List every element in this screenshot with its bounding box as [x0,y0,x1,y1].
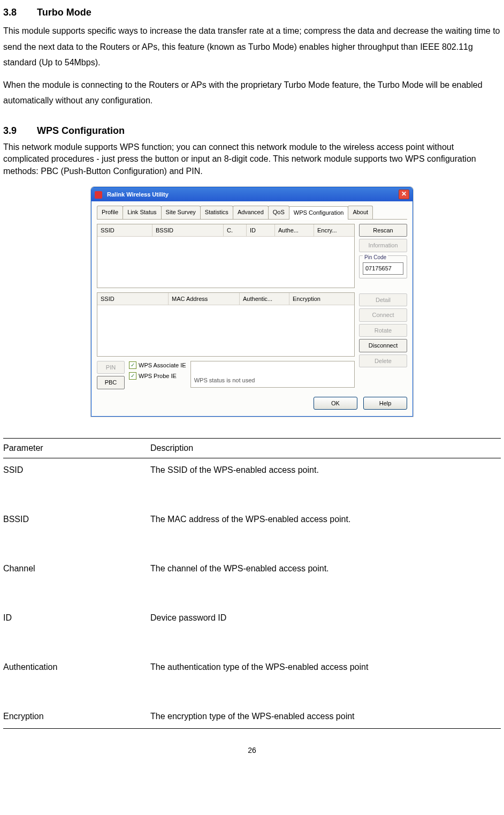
checkbox-group: ✓ WPS Associate IE ✓ WPS Probe IE [129,361,186,383]
tab-statistics[interactable]: Statistics [200,206,233,219]
section-3-8-heading: 3.8 Turbo Mode [3,5,501,20]
grid2-col-auth[interactable]: Authentic... [240,293,289,305]
pin-code-group: Pin Code 07175657 [359,255,407,278]
tab-site-survey[interactable]: Site Survey [161,206,201,219]
section-3-9-heading: 3.9 WPS Configuration [3,124,501,138]
section-3-9-para-1: This network module supports WPS functio… [3,141,501,177]
tab-qos[interactable]: QoS [268,206,289,219]
param-id-desc: Device password ID [150,606,501,630]
grid2-col-mac[interactable]: MAC Address [169,293,240,305]
rescan-button[interactable]: Rescan [359,224,407,237]
disconnect-button[interactable]: Disconnect [359,339,407,352]
grid1-col-c[interactable]: C. [224,224,247,237]
rotate-button[interactable]: Rotate [359,324,407,337]
param-ssid: SSID [3,458,150,482]
grid1-col-ssid[interactable]: SSID [97,224,152,237]
check-icon: ✓ [129,361,136,369]
section-3-8-number: 3.8 [3,5,34,20]
tab-link-status[interactable]: Link Status [123,206,161,219]
section-3-9-number: 3.9 [3,124,34,138]
grid2-col-encry[interactable]: Encryption [289,293,354,305]
param-ssid-desc: The SSID of the WPS-enabled access point… [150,458,501,482]
pin-code-field[interactable]: 07175657 [363,262,403,275]
title-bar: Ralink Wireless Utility ✕ [91,187,413,201]
wps-profile-grid[interactable]: SSID MAC Address Authentic... Encryption [97,292,355,357]
wps-probe-ie-checkbox[interactable]: ✓ WPS Probe IE [129,372,186,381]
close-icon[interactable]: ✕ [399,190,409,199]
wps-associate-ie-label: WPS Associate IE [139,361,186,370]
wps-status-text: WPS status is not used [194,376,255,385]
help-button[interactable]: Help [363,397,407,410]
section-3-8-title: Turbo Mode [37,7,91,18]
wps-associate-ie-checkbox[interactable]: ✓ WPS Associate IE [129,361,186,370]
mode-buttons: PIN PBC [97,361,125,391]
tab-about[interactable]: About [348,206,373,219]
wps-probe-ie-label: WPS Probe IE [139,372,177,381]
pbc-button[interactable]: PBC [97,376,125,389]
wps-ap-grid[interactable]: SSID BSSID C. ID Authe... Encry... [97,224,355,288]
param-channel-desc: The channel of the WPS-enabled access po… [150,557,501,580]
pin-code-label: Pin Code [363,253,388,261]
parameter-table: Parameter Description SSID The SSID of t… [3,438,501,729]
section-3-8-para-2: When the module is connecting to the Rou… [3,77,501,109]
param-id: ID [3,606,150,630]
connect-button[interactable]: Connect [359,308,407,322]
tab-strip: Profile Link Status Site Survey Statisti… [97,206,407,220]
param-header-parameter: Parameter [3,439,150,458]
window-title: Ralink Wireless Utility [107,191,169,198]
tab-advanced[interactable]: Advanced [233,206,269,219]
information-button[interactable]: Information [359,239,407,252]
section-3-8-para-1: This module supports specific ways to in… [3,23,501,71]
param-authentication-desc: The authentication type of the WPS-enabl… [150,655,501,679]
param-authentication: Authentication [3,655,150,679]
page-number: 26 [3,745,501,756]
param-bssid-desc: The MAC address of the WPS-enabled acces… [150,508,501,531]
tab-wps-configuration[interactable]: WPS Configuration [289,206,349,220]
tab-profile[interactable]: Profile [97,206,123,219]
dialog-buttons: OK Help [97,397,407,410]
window-body: Profile Link Status Site Survey Statisti… [91,201,413,416]
detail-button[interactable]: Detail [359,293,407,307]
param-header-description: Description [150,439,501,458]
app-icon [95,191,102,199]
side-buttons: Rescan Information Pin Code 07175657 Det… [359,224,407,391]
param-bssid: BSSID [3,508,150,531]
grid2-col-ssid[interactable]: SSID [97,293,169,305]
check-icon: ✓ [129,372,136,380]
param-encryption: Encryption [3,705,150,729]
param-encryption-desc: The encryption type of the WPS-enabled a… [150,705,501,729]
delete-button[interactable]: Delete [359,354,407,368]
grid1-col-id[interactable]: ID [247,224,275,237]
grid1-col-bssid[interactable]: BSSID [152,224,224,237]
grid1-col-auth[interactable]: Authe... [275,224,314,237]
wps-status-box: WPS status is not used [190,361,355,388]
screenshot-container: Ralink Wireless Utility ✕ Profile Link S… [3,187,501,417]
ok-button[interactable]: OK [314,397,357,410]
section-3-9-title: WPS Configuration [37,125,125,136]
param-channel: Channel [3,557,150,580]
pin-button[interactable]: PIN [97,361,125,374]
grid1-col-encry[interactable]: Encry... [314,224,354,237]
ralink-utility-window: Ralink Wireless Utility ✕ Profile Link S… [91,187,413,417]
